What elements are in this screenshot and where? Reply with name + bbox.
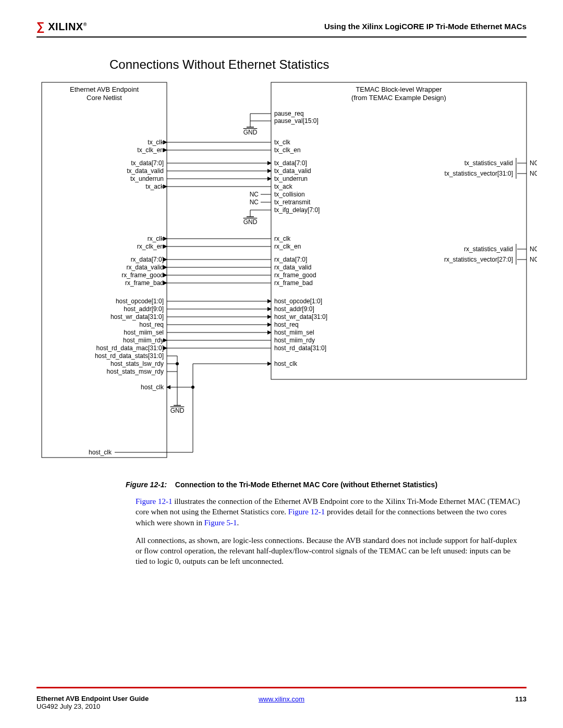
figure-title: Connection to the Tri-Mode Ethernet MAC … bbox=[175, 480, 437, 489]
nc-txcol: NC bbox=[250, 191, 259, 198]
logo-icon: ∑ bbox=[36, 20, 45, 33]
r-tx-1: tx_clk_en bbox=[274, 146, 301, 154]
nc-txret: NC bbox=[250, 199, 259, 206]
l-h-5: host_miim_rdy bbox=[123, 337, 164, 344]
l-h-4: host_miim_sel bbox=[124, 329, 164, 336]
r-h-2: host_wr_data[31:0] bbox=[274, 313, 327, 320]
l-h-0: host_opcode[1:0] bbox=[116, 298, 164, 305]
l-tx-4: tx_underrun bbox=[130, 175, 164, 182]
l-tx-5: tx_ack bbox=[145, 183, 164, 190]
r-tx-5: tx_ack bbox=[274, 183, 293, 190]
section-title: Connections Without Ethernet Statistics bbox=[109, 57, 527, 72]
r-h-4: host_miim_sel bbox=[274, 329, 314, 336]
logo-tm: ® bbox=[83, 22, 87, 27]
r-tx-8: tx_ifg_delay[7:0] bbox=[274, 206, 320, 214]
r-rx-0: rx_clk bbox=[274, 235, 291, 242]
nc-tx-1: NC bbox=[530, 170, 537, 177]
rr-rx-1: rx_statistics_vector[27:0] bbox=[444, 256, 513, 263]
l-tx-0: tx_clk bbox=[148, 139, 164, 146]
rr-tx-1: tx_statistics_vector[31:0] bbox=[445, 170, 513, 177]
l-tx-1: tx_clk_en bbox=[137, 146, 164, 154]
l-rx-5: rx_frame_bad bbox=[125, 279, 164, 287]
link-fig5-1[interactable]: Figure 5-1 bbox=[204, 519, 237, 527]
l-rx-2: rx_data[7:0] bbox=[131, 256, 164, 263]
rr-tx-0: tx_statistics_valid bbox=[464, 159, 513, 167]
logo-text: XILINX bbox=[48, 21, 83, 32]
right-block-title2: (from TEMAC Example Design) bbox=[351, 94, 446, 102]
figure-caption: Figure 12-1: Connection to the Tri-Mode … bbox=[36, 480, 527, 489]
l-hostclk-a: host_clk bbox=[141, 384, 164, 391]
l-h-2: host_wr_data[31:0] bbox=[111, 313, 164, 320]
r-tx-2: tx_data[7:0] bbox=[274, 159, 307, 167]
left-block-title1: Ethernet AVB Endpoint bbox=[70, 85, 139, 93]
gnd-1: GND bbox=[243, 129, 258, 136]
l-tx-3: tx_data_valid bbox=[127, 167, 164, 175]
l-rx-3: rx_data_valid bbox=[127, 264, 164, 271]
r-tx-0: tx_clk bbox=[274, 139, 291, 146]
r-tx-3: tx_data_valid bbox=[274, 167, 311, 175]
footer-page: 113 bbox=[515, 695, 527, 703]
link-fig12-1-a[interactable]: Figure 12-1 bbox=[136, 497, 172, 505]
r-h-1: host_addr[9:0] bbox=[274, 305, 314, 313]
l-tx-2: tx_data[7:0] bbox=[131, 159, 164, 167]
r-h-3: host_req bbox=[274, 321, 299, 328]
footer-doc: UG492 July 23, 2010 bbox=[36, 702, 149, 710]
l-h-7: host_rd_data_stats[31:0] bbox=[95, 352, 164, 360]
body-text: Figure 12-1 illustrates the connection o… bbox=[136, 496, 521, 567]
nc-rx-0: NC bbox=[530, 245, 537, 253]
r-tx-7: tx_retransmit bbox=[274, 199, 311, 206]
l-h-6: host_rd_data_mac[31:0] bbox=[96, 344, 164, 352]
sig-pause-val: pause_val[15:0] bbox=[274, 117, 319, 125]
l-h-1: host_addr[9:0] bbox=[124, 305, 164, 313]
p1-f: . bbox=[237, 519, 239, 527]
nc-tx-0: NC bbox=[530, 159, 537, 167]
l-h-8: host_stats_lsw_rdy bbox=[111, 360, 164, 367]
r-rx-1: rx_clk_en bbox=[274, 243, 301, 250]
link-fig12-1-b[interactable]: Figure 12-1 bbox=[288, 508, 325, 516]
sig-pause-req: pause_req bbox=[274, 110, 304, 117]
r-rx-5: rx_frame_bad bbox=[274, 279, 313, 287]
p2: All connections, as shown, are logic-les… bbox=[136, 535, 521, 567]
right-block-title1: TEMAC Block-level Wrapper bbox=[356, 85, 442, 93]
left-block-title2: Core Netlist bbox=[87, 94, 122, 102]
figure-label: Figure 12-1: bbox=[126, 480, 167, 489]
l-rx-1: rx_clk_en bbox=[137, 243, 164, 250]
xilinx-logo: ∑ XILINX® bbox=[36, 20, 87, 33]
r-rx-4: rx_frame_good bbox=[274, 272, 316, 279]
footer-rule bbox=[36, 687, 527, 688]
l-rx-4: rx_frame_good bbox=[121, 272, 164, 279]
r-h-6: host_rd_data[31:0] bbox=[274, 344, 326, 352]
r-tx-6: tx_collision bbox=[274, 191, 305, 198]
page: ∑ XILINX® Using the Xilinx LogiCORE IP T… bbox=[0, 0, 563, 728]
connection-diagram: Ethernet AVB Endpoint Core Netlist TEMAC… bbox=[26, 77, 527, 475]
l-rx-0: rx_clk bbox=[148, 235, 164, 242]
r-h-0: host_opcode[1:0] bbox=[274, 298, 322, 305]
r-tx-4: tx_underrun bbox=[274, 175, 308, 182]
nc-rx-1: NC bbox=[530, 256, 537, 263]
footer-url[interactable]: www.xilinx.com bbox=[259, 695, 304, 703]
r-hostclk: host_clk bbox=[274, 360, 298, 367]
r-h-5: host_miim_rdy bbox=[274, 337, 315, 344]
l-h-9: host_stats_msw_rdy bbox=[107, 368, 164, 375]
rr-rx-0: rx_statistics_valid bbox=[464, 245, 513, 253]
header-chapter-title: Using the Xilinx LogiCORE IP Tri-Mode Et… bbox=[324, 22, 527, 31]
l-h-3: host_req bbox=[139, 321, 164, 328]
gnd-2: GND bbox=[243, 218, 258, 226]
r-rx-3: rx_data_valid bbox=[274, 264, 311, 271]
header-rule bbox=[36, 36, 527, 38]
ext-hostclk: host_clk bbox=[89, 449, 112, 456]
r-rx-2: rx_data[7:0] bbox=[274, 256, 307, 263]
gnd-3: GND bbox=[170, 407, 185, 414]
